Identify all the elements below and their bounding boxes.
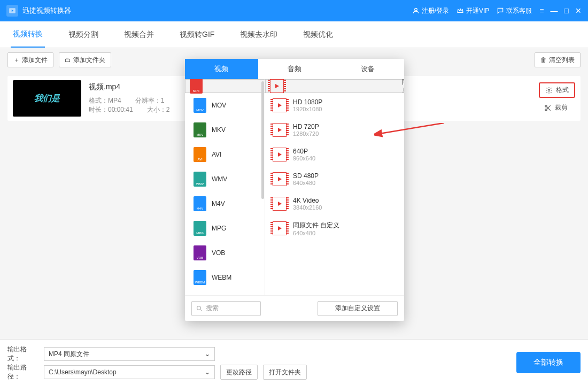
popup-tab-video[interactable]: 视频 (185, 59, 258, 79)
resolution-item[interactable]: 同原文件原视分辨率 (265, 79, 404, 93)
file-type-icon (194, 221, 206, 236)
film-icon (273, 148, 287, 161)
tab-optimize[interactable]: 视频优化 (301, 22, 335, 47)
scrollbar[interactable] (261, 81, 264, 199)
format-item-mpg[interactable]: MPG (185, 216, 265, 241)
output-path-label: 输出路径： (7, 363, 38, 381)
support-button[interactable]: 联系客服 (497, 6, 532, 16)
resolution-name: 4K Video (293, 197, 322, 204)
film-icon (273, 123, 287, 137)
user-icon (412, 7, 420, 14)
trash-icon: 🗑 (540, 56, 547, 64)
app-logo-icon (6, 5, 18, 17)
output-path-field[interactable]: C:\Users\mayn\Desktop ⌄ (44, 365, 215, 379)
resolution-name: HD 720P (293, 123, 319, 130)
crop-button[interactable]: 裁剪 (539, 101, 575, 114)
resolution-size: 原视分辨率 (402, 87, 404, 95)
tab-merge[interactable]: 视频合并 (122, 22, 156, 47)
gear-icon (545, 87, 553, 94)
film-icon (273, 172, 287, 186)
add-file-button[interactable]: ＋添加文件 (7, 52, 53, 67)
scissors-icon (544, 104, 552, 112)
format-button[interactable]: 格式 (539, 82, 575, 98)
file-type-icon (194, 122, 206, 137)
popup-tab-audio[interactable]: 音频 (258, 59, 331, 79)
tab-split[interactable]: 视频分割 (66, 22, 100, 47)
resolution-name: SD 480P (293, 172, 319, 180)
window-controls: ≡ ― □ ✕ (539, 6, 582, 15)
resolution-size: 3840x2160 (293, 204, 322, 211)
bottom-panel: 输出格式： MP4 同原文件 ⌄ 输出路径： C:\Users\mayn\Des… (0, 339, 588, 385)
plus-icon: ＋ (13, 56, 20, 65)
register-login-button[interactable]: 注册/登录 (412, 6, 449, 16)
format-item-webm[interactable]: WEBM (185, 265, 265, 290)
file-type-icon (194, 245, 206, 260)
close-icon[interactable]: ✕ (575, 6, 582, 15)
resolution-item[interactable]: 同原文件 自定义640x480 (265, 216, 404, 241)
chevron-down-icon: ⌄ (205, 368, 210, 376)
tab-watermark[interactable]: 视频去水印 (238, 22, 280, 47)
maximize-icon[interactable]: □ (564, 6, 569, 15)
vip-button[interactable]: 开通VIP (457, 6, 489, 16)
search-input[interactable]: 搜索 (191, 301, 261, 316)
tab-convert[interactable]: 视频转换 (11, 22, 45, 48)
file-type-icon (194, 270, 206, 285)
output-format-select[interactable]: MP4 同原文件 ⌄ (44, 347, 215, 361)
format-item-wmv[interactable]: WMV (185, 167, 265, 191)
add-folder-button[interactable]: 🗀添加文件夹 (59, 52, 111, 67)
convert-all-button[interactable]: 全部转换 (516, 352, 581, 373)
format-label: M4V (212, 200, 225, 207)
open-folder-button[interactable]: 打开文件夹 (263, 365, 307, 380)
format-label: MOV (212, 102, 226, 109)
format-label: MKV (212, 126, 226, 134)
video-thumbnail: 我们是 (13, 80, 81, 117)
svg-point-2 (414, 8, 417, 11)
format-label: MPG (212, 225, 226, 232)
format-item-mov[interactable]: MOV (185, 93, 265, 118)
format-item-mp4[interactable]: MP4 (185, 79, 265, 93)
svg-point-4 (545, 105, 547, 107)
svg-point-5 (545, 109, 547, 111)
resolution-item[interactable]: 4K Video3840x2160 (265, 191, 404, 216)
format-item-avi[interactable]: AVI (185, 142, 265, 167)
format-label: VOB (212, 249, 225, 257)
resolution-size: 640x480 (293, 230, 339, 236)
change-path-button[interactable]: 更改路径 (220, 365, 258, 380)
resolution-item[interactable]: HD 720P1280x720 (265, 118, 404, 142)
format-item-m4v[interactable]: M4V (185, 191, 265, 216)
resolution-item[interactable]: SD 480P640x480 (265, 167, 404, 191)
popup-tab-device[interactable]: 设备 (331, 59, 404, 79)
format-item-mkv[interactable]: MKV (185, 118, 265, 142)
popup-tabs: 视频 音频 设备 (185, 59, 404, 79)
main-tabs: 视频转换 视频分割 视频合并 视频转GIF 视频去水印 视频优化 (0, 21, 588, 48)
resolution-size: 640x480 (293, 180, 319, 186)
format-list[interactable]: MP4MOVMKVAVIWMVM4VMPGVOBWEBM (185, 79, 265, 295)
file-type-icon (190, 79, 203, 94)
folder-icon: 🗀 (65, 56, 71, 64)
tab-gif[interactable]: 视频转GIF (177, 22, 216, 47)
film-icon (273, 197, 287, 211)
resolution-name: 640P (293, 148, 315, 155)
resolution-name: 同原文件 (402, 79, 404, 87)
svg-point-3 (548, 89, 550, 91)
chevron-down-icon: ⌄ (205, 350, 210, 358)
format-popup: 视频 音频 设备 MP4MOVMKVAVIWMVM4VMPGVOBWEBM 同原… (185, 59, 404, 321)
search-icon (196, 305, 203, 312)
menu-icon[interactable]: ≡ (539, 6, 544, 15)
file-type-icon (194, 172, 206, 187)
minimize-icon[interactable]: ― (551, 6, 558, 15)
clear-list-button[interactable]: 🗑清空列表 (535, 52, 581, 67)
resolution-list[interactable]: 同原文件原视分辨率HD 1080P1920x1080HD 720P1280x72… (265, 79, 404, 295)
resolution-name: 同原文件 自定义 (293, 221, 339, 230)
titlebar: 迅捷视频转换器 注册/登录 开通VIP 联系客服 ≡ ― □ ✕ (0, 0, 588, 21)
add-custom-button[interactable]: 添加自定义设置 (318, 301, 398, 316)
resolution-size: 1920x1080 (293, 106, 322, 112)
chat-icon (497, 7, 504, 14)
format-label: WMV (212, 175, 227, 183)
resolution-size: 1280x720 (293, 130, 319, 137)
resolution-item[interactable]: HD 1080P1920x1080 (265, 93, 404, 118)
film-icon (273, 98, 287, 112)
resolution-item[interactable]: 640P960x640 (265, 142, 404, 167)
svg-point-6 (197, 306, 201, 310)
format-item-vob[interactable]: VOB (185, 241, 265, 265)
